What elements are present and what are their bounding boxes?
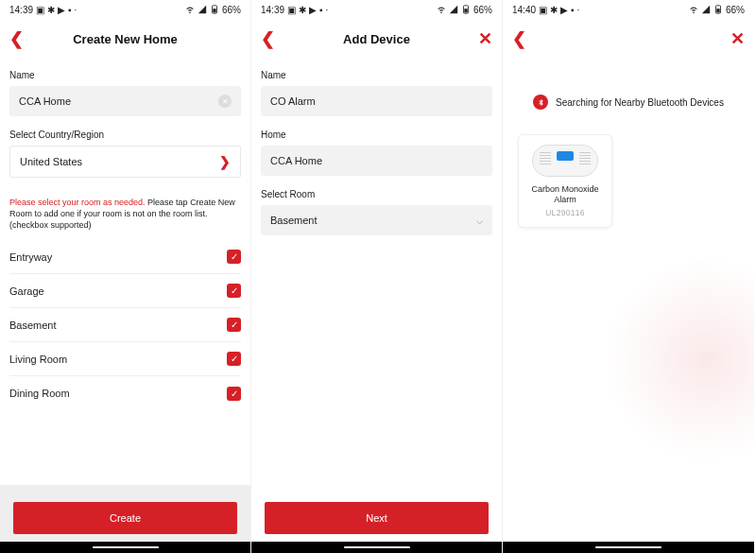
android-navbar — [0, 542, 250, 553]
battery-icon — [461, 5, 471, 16]
calendar-icon: ▣ — [36, 6, 44, 15]
cell-icon — [198, 5, 207, 16]
bluetooth-icon — [533, 95, 548, 110]
status-bar: 14:39 ▣ ✱ ▶ ▪ · 66% — [251, 0, 502, 21]
checkbox-checked-icon[interactable]: ✓ — [227, 387, 241, 401]
region-value: United States — [20, 156, 82, 167]
device-name-value: CO Alarm — [270, 95, 316, 107]
home-value: CCA Home — [270, 155, 322, 166]
header: ❮ Create New Home — [0, 21, 250, 57]
checkbox-checked-icon[interactable]: ✓ — [227, 318, 241, 332]
region-label: Select Country/Region — [9, 130, 241, 140]
bt-status: Searching for Nearby Bluetooth Devices — [512, 95, 745, 110]
bt-status-text: Searching for Nearby Bluetooth Devices — [556, 97, 724, 108]
chevron-down-icon: ⌵ — [476, 214, 483, 227]
screen-add-device: 14:39 ▣ ✱ ▶ ▪ · 66% ❮ Add Device ✕ Name … — [251, 0, 503, 553]
cell-icon — [701, 5, 711, 16]
svg-rect-1 — [213, 9, 215, 12]
status-time: 14:39 — [9, 6, 33, 15]
battery-icon — [210, 5, 219, 16]
name-label: Name — [261, 70, 492, 80]
page-title: Create New Home — [73, 32, 178, 46]
calendar-icon: ▣ — [539, 6, 547, 15]
checkbox-checked-icon[interactable]: ✓ — [227, 250, 241, 264]
svg-rect-5 — [716, 9, 719, 12]
room-row[interactable]: Entryway ✓ — [9, 240, 241, 274]
back-icon[interactable]: ❮ — [261, 28, 275, 49]
name-value: CCA Home — [19, 95, 71, 107]
media-icon: ▶ — [560, 6, 568, 15]
page-title: Add Device — [343, 32, 410, 46]
slack-icon: ✱ — [47, 6, 55, 15]
status-bar: 14:39 ▣ ✱ ▶ ▪ · 66% — [0, 0, 250, 21]
battery-pct: 66% — [726, 6, 745, 15]
room-name: Basement — [9, 320, 57, 331]
screen-create-home: 14:39 ▣ ✱ ▶ ▪ · 66% ❮ — [0, 0, 251, 553]
name-input[interactable]: CCA Home ✕ — [9, 86, 241, 116]
create-button[interactable]: Create — [13, 502, 237, 534]
cell-icon — [449, 5, 458, 16]
android-navbar — [503, 542, 754, 553]
room-row[interactable]: Living Room ✓ — [9, 342, 241, 376]
region-select[interactable]: United States ❯ — [9, 146, 241, 178]
device-thumbnail — [532, 145, 598, 177]
name-label: Name — [9, 70, 241, 80]
wifi-icon — [437, 5, 446, 16]
room-name: Garage — [9, 285, 44, 297]
header: ❮ Add Device ✕ — [251, 21, 502, 57]
clear-icon[interactable]: ✕ — [218, 95, 232, 108]
calendar-icon: ▣ — [287, 6, 296, 15]
helper-text: Please select your room as needed. Pleas… — [9, 197, 241, 231]
close-icon[interactable]: ✕ — [730, 28, 745, 49]
app-icon: ▪ — [68, 6, 72, 15]
checkbox-checked-icon[interactable]: ✓ — [227, 352, 241, 366]
dot-icon: · — [75, 6, 77, 15]
status-time: 14:40 — [512, 6, 536, 15]
device-card[interactable]: Carbon Monoxide Alarm UL290116 — [518, 134, 612, 228]
battery-pct: 66% — [473, 6, 492, 15]
wifi-icon — [185, 5, 195, 16]
dot-icon: · — [326, 6, 329, 15]
device-sku: UL290116 — [524, 208, 606, 217]
app-icon: ▪ — [571, 6, 575, 15]
dot-icon: · — [577, 6, 580, 15]
android-navbar — [251, 542, 502, 553]
battery-pct: 66% — [222, 6, 241, 15]
room-value: Basement — [270, 215, 318, 226]
room-name: Entryway — [9, 251, 52, 263]
close-icon[interactable]: ✕ — [478, 28, 492, 49]
room-list: Entryway ✓ Garage ✓ Basement ✓ Living Ro… — [9, 240, 241, 410]
next-button[interactable]: Next — [265, 502, 489, 534]
back-icon[interactable]: ❮ — [512, 28, 526, 49]
room-name: Dining Room — [9, 388, 70, 399]
room-label: Select Room — [261, 189, 492, 199]
wifi-icon — [689, 5, 698, 16]
home-label: Home — [261, 130, 492, 140]
device-name-input[interactable]: CO Alarm — [261, 86, 492, 116]
room-row[interactable]: Dining Room ✓ — [9, 376, 241, 410]
battery-icon — [713, 5, 723, 16]
room-select[interactable]: Basement ⌵ — [261, 205, 492, 235]
svg-rect-3 — [464, 9, 467, 12]
room-row[interactable]: Garage ✓ — [9, 274, 241, 308]
header: ❮ ✕ — [503, 21, 754, 57]
room-row[interactable]: Basement ✓ — [9, 308, 241, 342]
back-icon[interactable]: ❮ — [9, 28, 24, 49]
app-icon: ▪ — [319, 6, 323, 15]
chevron-right-icon: ❯ — [219, 154, 231, 169]
scan-pulse — [603, 255, 754, 463]
media-icon: ▶ — [58, 6, 65, 15]
status-bar: 14:40 ▣ ✱ ▶ ▪ · 66% — [503, 0, 754, 21]
home-input[interactable]: CCA Home — [261, 146, 492, 176]
status-time: 14:39 — [261, 6, 284, 15]
screen-searching: 14:40 ▣ ✱ ▶ ▪ · 66% ❮ ✕ — [503, 0, 754, 553]
device-title: Carbon Monoxide Alarm — [524, 184, 606, 205]
room-name: Living Room — [9, 354, 67, 365]
slack-icon: ✱ — [299, 6, 306, 15]
slack-icon: ✱ — [550, 6, 558, 15]
media-icon: ▶ — [309, 6, 317, 15]
checkbox-checked-icon[interactable]: ✓ — [227, 284, 241, 298]
